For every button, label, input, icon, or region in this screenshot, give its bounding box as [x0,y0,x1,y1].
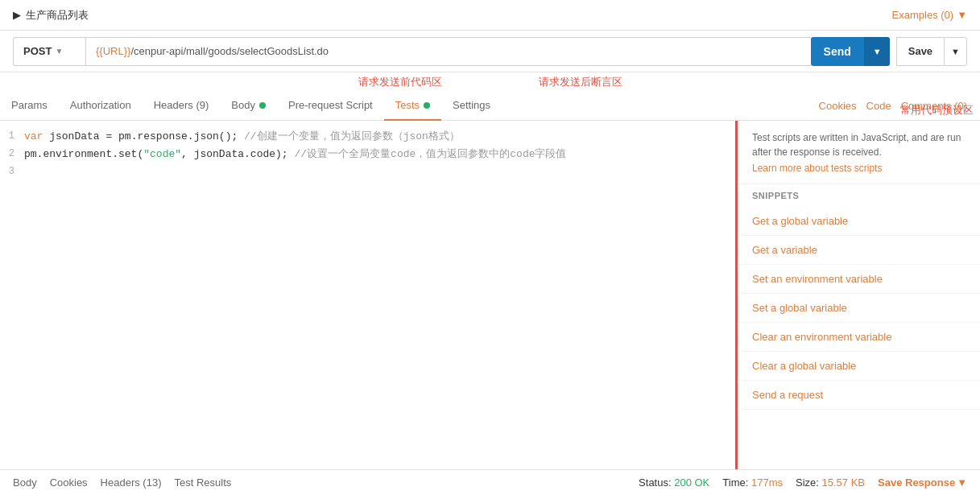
line-number: 1 [0,129,24,142]
snippet-get-variable[interactable]: Get a variable [739,236,980,265]
main-content: 1 var jsonData = pm.response.json(); //创… [0,121,980,469]
tab-tests[interactable]: Tests [384,92,441,121]
page-title: 生产商品列表 [26,8,89,23]
response-tab-headers[interactable]: Headers (13) [101,476,162,489]
cookies-link[interactable]: Cookies [819,100,857,112]
code-area: 1 var jsonData = pm.response.json(); //创… [0,121,738,187]
line-content: pm.environment.set("code", jsonData.code… [24,146,738,161]
body-dot-icon [259,102,266,109]
tab-pre-request-script[interactable]: Pre-request Script [277,92,384,121]
method-chevron-icon: ▼ [55,47,63,56]
tab-body[interactable]: Body [220,92,277,121]
tabs-row: Params Authorization Headers (9) Body Pr… [0,92,980,121]
response-tab-body[interactable]: Body [13,476,37,489]
code-link[interactable]: Code [866,100,891,112]
tabs-right: Cookies Code Comments (0) [819,100,980,112]
status-info: Status: 200 OK Time: 177ms Size: 15.57 K… [639,476,967,489]
line-number: 2 [0,146,24,159]
time-value: 177ms [751,476,783,489]
tab-settings[interactable]: Settings [441,92,502,121]
status-bar: Body Cookies Headers (13) Test Results S… [0,469,980,495]
top-bar: ▶ 生产商品列表 Examples (0) ▼ [0,0,980,31]
send-button[interactable]: Send [811,37,864,66]
url-path: /cenpur-api/mall/goods/selectGoodsList.d… [130,45,329,57]
red-bar [735,121,738,469]
snippet-set-environment-variable[interactable]: Set an environment variable [739,265,980,294]
save-group: Save ▼ [896,37,967,66]
code-editor[interactable]: 1 var jsonData = pm.response.json(); //创… [0,121,738,469]
save-dropdown-button[interactable]: ▼ [944,37,967,66]
examples-button[interactable]: Examples (0) ▼ [892,9,967,21]
snippets-panel: ▶ Test scripts are written in JavaScript… [738,121,980,469]
tab-params[interactable]: Params [0,92,59,121]
code-line-1: 1 var jsonData = pm.response.json(); //创… [0,127,738,145]
url-input[interactable]: {{URL}}/cenpur-api/mall/goods/selectGood… [85,37,811,66]
breadcrumb: ▶ 生产商品列表 [13,8,89,23]
save-response-button[interactable]: Save Response ▼ [878,476,967,489]
annotation-row: 请求发送前代码区 请求发送后断言区 [0,72,980,92]
snippet-get-global-variable[interactable]: Get a global variable [739,207,980,236]
method-select[interactable]: POST ▼ [13,37,85,66]
send-dropdown-button[interactable]: ▼ [864,37,890,66]
breadcrumb-arrow: ▶ [13,9,21,21]
time-label: Time: 177ms [722,476,783,489]
snippets-title: SNIPPETS [739,184,980,207]
tab-headers[interactable]: Headers (9) [143,92,221,121]
code-line-2: 2 pm.environment.set("code", jsonData.co… [0,145,738,163]
status-label: Status: 200 OK [639,476,709,489]
save-response-chevron-icon: ▼ [957,476,967,489]
size-value: 15.57 KB [822,476,866,489]
snippet-set-global-variable[interactable]: Set a global variable [739,294,980,323]
snippets-toggle-button[interactable]: ▶ [738,283,739,307]
tab-authorization[interactable]: Authorization [59,92,143,121]
snippet-clear-environment-variable[interactable]: Clear an environment variable [739,323,980,352]
tests-dot-icon [424,102,430,109]
response-tab-cookies[interactable]: Cookies [50,476,88,489]
learn-more-link[interactable]: Learn more about tests scripts [739,163,980,184]
line-content: var jsonData = pm.response.json(); //创建一… [24,129,738,143]
status-value: 200 OK [674,476,709,489]
url-bar: POST ▼ {{URL}}/cenpur-api/mall/goods/sel… [0,31,980,72]
line-number: 3 [0,164,24,177]
url-variable: {{URL}} [96,45,130,57]
comments-link[interactable]: Comments (0) [901,100,967,112]
tabs-left: Params Authorization Headers (9) Body Pr… [0,92,502,121]
save-button[interactable]: Save [896,37,944,66]
examples-chevron-icon: ▼ [957,9,967,21]
pre-request-annotation: 请求发送前代码区 [358,75,442,89]
response-tabs: Body Cookies Headers (13) Test Results [13,476,231,489]
snippet-send-request[interactable]: Send a request [739,381,980,410]
snippets-description: Test scripts are written in JavaScript, … [739,121,980,163]
post-response-annotation: 请求发送后断言区 [539,75,622,89]
size-label: Size: 15.57 KB [796,476,865,489]
snippet-clear-global-variable[interactable]: Clear a global variable [739,352,980,381]
send-group: Send ▼ [811,37,890,66]
code-line-3: 3 [0,163,738,180]
response-tab-test-results[interactable]: Test Results [174,476,231,489]
